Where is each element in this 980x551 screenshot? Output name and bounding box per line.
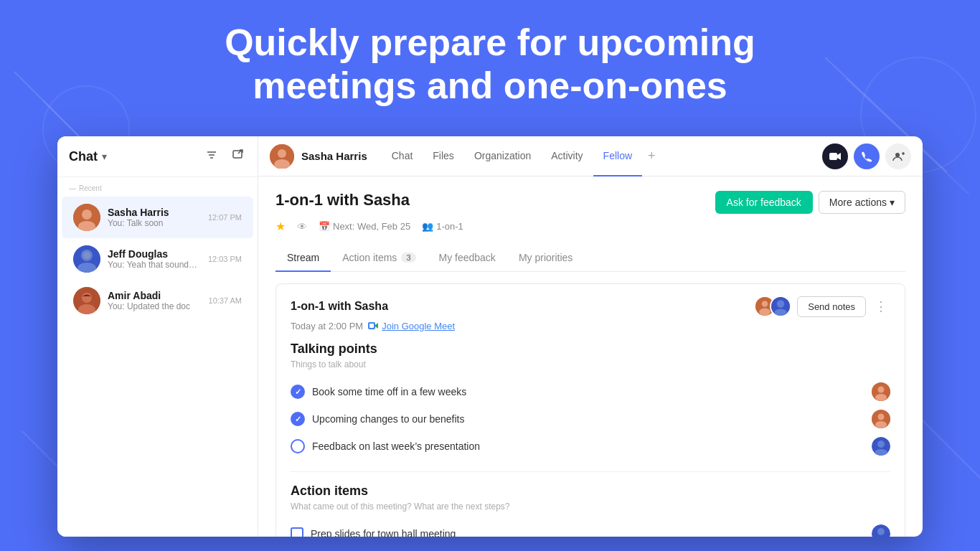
svg-point-24 <box>278 149 286 158</box>
svg-point-48 <box>877 528 885 535</box>
hero-title: Quickly prepare for upcoming meetings an… <box>0 22 980 108</box>
chat-item-jeff-info: Jeff Douglas You: Yeah that sounds good <box>108 248 201 270</box>
nav-tabs: Chat Files Organization Activity Fellow <box>382 136 822 176</box>
chat-item-sasha-preview: You: Talk soon <box>108 218 201 228</box>
google-meet-link[interactable]: Join Google Meet <box>367 320 455 331</box>
ask-feedback-button[interactable]: Ask for feedback <box>715 191 813 214</box>
check-icon-3[interactable] <box>291 439 305 453</box>
meeting-card-actions: Send notes ⋮ <box>754 296 890 317</box>
meeting-card: 1-on-1 with Sasha <box>275 283 905 537</box>
talking-point-text-1: Book some time off in a few weeks <box>312 386 466 397</box>
check-icon-1[interactable] <box>291 385 305 399</box>
talking-point-text-2: Upcoming changes to our benefits <box>312 413 464 425</box>
chat-item-amir[interactable]: Amir Abadi You: Updated the doc 10:37 AM <box>62 280 253 321</box>
chat-item-sasha-name: Sasha Harris <box>108 207 201 218</box>
compose-icon[interactable] <box>229 146 246 166</box>
sidebar: Chat ▾ <box>57 136 258 537</box>
meeting-card-header: 1-on-1 with Sasha <box>291 296 890 317</box>
svg-point-42 <box>878 414 885 420</box>
chat-item-jeff[interactable]: Jeff Douglas You: Yeah that sounds good … <box>62 238 253 280</box>
chevron-down-icon: ▾ <box>102 151 107 162</box>
sidebar-actions <box>203 146 246 166</box>
stream-tab-stream[interactable]: Stream <box>275 245 331 272</box>
chat-item-jeff-preview: You: Yeah that sounds good <box>108 260 201 270</box>
stream-tab-my-priorities[interactable]: My priorities <box>507 245 584 272</box>
meeting-card-title: 1-on-1 with Sasha <box>291 300 388 313</box>
action-items-subtitle: What came out of this meeting? What are … <box>291 501 890 512</box>
app-window: Chat ▾ <box>57 136 923 537</box>
chat-item-sasha-time: 12:07 PM <box>208 213 242 222</box>
talking-point-item-1: Book some time off in a few weeks <box>291 378 890 405</box>
section-divider <box>291 471 890 472</box>
main-content: Sasha Harris Chat Files Organization Act… <box>258 136 923 537</box>
avatar-jeff <box>73 245 100 273</box>
add-tab-button[interactable]: + <box>642 136 661 176</box>
action-item-text-1: Prep slides for town hall meeting <box>311 528 456 537</box>
avatar-amir <box>73 287 100 314</box>
action-items-badge: 3 <box>401 253 415 263</box>
meeting-header: 1-on-1 with Sasha Ask for feedback More … <box>275 191 905 214</box>
chat-item-jeff-name: Jeff Douglas <box>108 248 201 260</box>
svg-point-31 <box>762 301 768 307</box>
filter-icon[interactable] <box>203 146 220 166</box>
nav-actions <box>822 143 911 169</box>
stream-tabs: Stream Action items 3 My feedback My pri… <box>275 245 905 272</box>
sidebar-title-area: Chat ▾ <box>69 149 107 164</box>
sidebar-title: Chat <box>69 149 98 164</box>
svg-rect-26 <box>829 153 837 160</box>
stream-tab-action-items[interactable]: Action items 3 <box>331 245 427 272</box>
chat-item-amir-preview: You: Updated the doc <box>108 301 202 311</box>
chevron-down-icon: ▾ <box>890 197 895 208</box>
eye-icon: 👁 <box>297 221 307 232</box>
talking-points-subtitle: Things to talk about <box>291 359 890 369</box>
svg-point-35 <box>775 309 787 316</box>
chat-item-sasha[interactable]: Sasha Harris You: Talk soon 12:07 PM <box>62 197 253 238</box>
stream-tab-my-feedback[interactable]: My feedback <box>428 245 507 272</box>
chat-item-amir-time: 10:37 AM <box>209 296 242 305</box>
talking-points-title: Talking points <box>291 342 890 357</box>
tab-organization[interactable]: Organization <box>464 136 541 176</box>
recent-section-label: — Recent <box>57 177 258 197</box>
nav-user-name: Sasha Harris <box>301 150 367 162</box>
checkbox-1[interactable] <box>291 527 303 537</box>
nav-user-avatar <box>270 144 294 169</box>
svg-point-14 <box>82 209 92 220</box>
assignee-avatar-2 <box>872 410 890 428</box>
svg-point-32 <box>759 309 771 316</box>
video-call-button[interactable] <box>822 143 848 169</box>
phone-call-button[interactable] <box>854 143 880 169</box>
tab-fellow[interactable]: Fellow <box>593 136 642 176</box>
svg-point-43 <box>875 421 887 428</box>
avatar-sasha <box>73 204 100 231</box>
add-people-button[interactable] <box>885 143 911 169</box>
action-items-title: Action items <box>291 484 890 499</box>
meeting-title-section: 1-on-1 with Sasha <box>275 191 410 209</box>
nav-user-info: Sasha Harris <box>270 144 367 169</box>
svg-point-45 <box>877 441 885 448</box>
action-item-avatar-1 <box>872 524 890 537</box>
chat-item-sasha-info: Sasha Harris You: Talk soon <box>108 207 201 228</box>
assignee-avatar-3 <box>872 437 890 456</box>
talking-point-text-3: Feedback on last week’s presentation <box>312 441 480 452</box>
send-notes-button[interactable]: Send notes <box>797 296 866 317</box>
tab-files[interactable]: Files <box>423 136 464 176</box>
meeting-header-actions: Ask for feedback More actions ▾ <box>715 191 905 214</box>
more-actions-button[interactable]: More actions ▾ <box>819 191 905 214</box>
participants-avatars <box>754 296 791 317</box>
calendar-icon: 📅 <box>319 221 330 232</box>
svg-point-19 <box>83 252 90 259</box>
svg-point-21 <box>82 293 92 303</box>
meeting-meta: ★ 👁 📅 Next: Wed, Feb 25 👥 1-on-1 <box>275 220 905 233</box>
chat-item-amir-info: Amir Abadi You: Updated the doc <box>108 290 202 311</box>
sidebar-header: Chat ▾ <box>57 136 258 177</box>
top-nav: Sasha Harris Chat Files Organization Act… <box>258 136 923 176</box>
chat-item-amir-name: Amir Abadi <box>108 290 202 301</box>
tab-activity[interactable]: Activity <box>541 136 593 176</box>
tab-chat[interactable]: Chat <box>382 136 423 176</box>
svg-point-34 <box>777 300 784 307</box>
meeting-title: 1-on-1 with Sasha <box>275 191 410 209</box>
talking-point-item-2: Upcoming changes to our benefits <box>291 405 890 433</box>
check-icon-2[interactable] <box>291 412 305 426</box>
talking-point-item-3: Feedback on last week’s presentation <box>291 433 890 460</box>
card-menu-icon[interactable]: ⋮ <box>872 298 890 314</box>
